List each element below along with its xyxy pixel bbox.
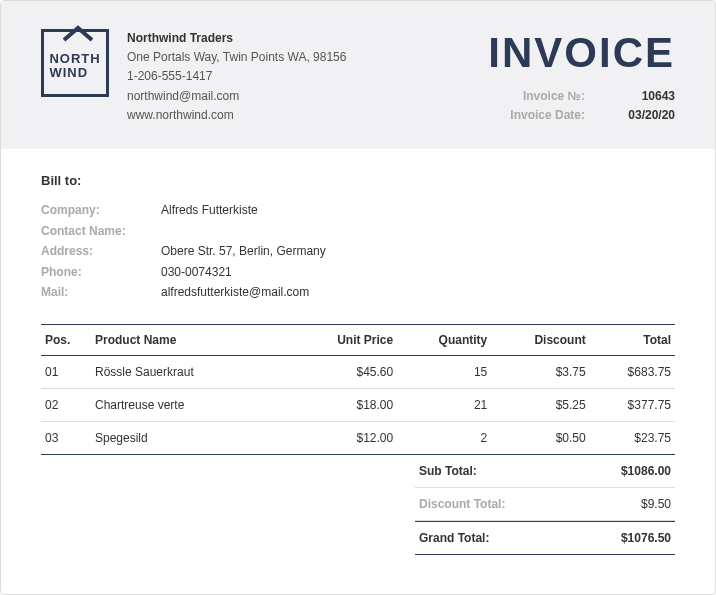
cell-discount: $0.50 bbox=[491, 422, 589, 455]
billto-title: Bill to: bbox=[41, 173, 675, 188]
cell-unitprice: $18.00 bbox=[291, 389, 397, 422]
company-phone: 1-206-555-1417 bbox=[127, 67, 346, 86]
col-unitprice: Unit Price bbox=[291, 325, 397, 356]
billto-company-value: Alfreds Futterkiste bbox=[161, 200, 258, 220]
cell-unitprice: $45.60 bbox=[291, 356, 397, 389]
invoice-title: INVOICE bbox=[488, 29, 675, 77]
col-discount: Discount bbox=[491, 325, 589, 356]
cell-qty: 2 bbox=[397, 422, 491, 455]
billto-address-label: Address: bbox=[41, 241, 161, 261]
billto-company-label: Company: bbox=[41, 200, 161, 220]
invoice-date-value: 03/20/20 bbox=[615, 106, 675, 125]
billto-phone-label: Phone: bbox=[41, 262, 161, 282]
invoice-date-label: Invoice Date: bbox=[495, 106, 585, 125]
items-table: Pos. Product Name Unit Price Quantity Di… bbox=[41, 324, 675, 455]
logo-line1: NORTH bbox=[49, 52, 100, 66]
billto-mail-row: Mail: alfredsfutterkiste@mail.com bbox=[41, 282, 675, 302]
table-row: 01Rössle Sauerkraut$45.6015$3.75$683.75 bbox=[41, 356, 675, 389]
logo-text: NORTH WIND bbox=[49, 52, 100, 81]
billto-contact-row: Contact Name: bbox=[41, 221, 675, 241]
cell-discount: $3.75 bbox=[491, 356, 589, 389]
cell-discount: $5.25 bbox=[491, 389, 589, 422]
subtotal-value: $1086.00 bbox=[621, 464, 671, 478]
col-name: Product Name bbox=[91, 325, 291, 356]
cell-total: $683.75 bbox=[590, 356, 675, 389]
invoice-header: NORTH WIND Northwind Traders One Portals… bbox=[1, 1, 715, 149]
meta-invoice-no: Invoice №: 10643 bbox=[488, 87, 675, 106]
cell-total: $23.75 bbox=[590, 422, 675, 455]
company-email: northwind@mail.com bbox=[127, 87, 346, 106]
cell-pos: 02 bbox=[41, 389, 91, 422]
cell-name: Rössle Sauerkraut bbox=[91, 356, 291, 389]
cell-pos: 03 bbox=[41, 422, 91, 455]
chevron-up-icon bbox=[60, 22, 96, 44]
billto-address-value: Obere Str. 57, Berlin, Germany bbox=[161, 241, 326, 261]
billto-address-row: Address: Obere Str. 57, Berlin, Germany bbox=[41, 241, 675, 261]
billto-block: Company: Alfreds Futterkiste Contact Nam… bbox=[41, 200, 675, 302]
cell-qty: 15 bbox=[397, 356, 491, 389]
invoice-no-value: 10643 bbox=[615, 87, 675, 106]
billto-phone-value: 030-0074321 bbox=[161, 262, 232, 282]
col-qty: Quantity bbox=[397, 325, 491, 356]
invoice-body: Bill to: Company: Alfreds Futterkiste Co… bbox=[1, 149, 715, 475]
header-right: INVOICE Invoice №: 10643 Invoice Date: 0… bbox=[488, 29, 675, 125]
table-row: 02Chartreuse verte$18.0021$5.25$377.75 bbox=[41, 389, 675, 422]
grand-total-label: Grand Total: bbox=[419, 531, 489, 545]
cell-unitprice: $12.00 bbox=[291, 422, 397, 455]
company-website: www.northwind.com bbox=[127, 106, 346, 125]
col-pos: Pos. bbox=[41, 325, 91, 356]
totals-block: Sub Total: $1086.00 Discount Total: $9.5… bbox=[415, 455, 675, 555]
company-address: One Portals Way, Twin Points WA, 98156 bbox=[127, 48, 346, 67]
billto-company-row: Company: Alfreds Futterkiste bbox=[41, 200, 675, 220]
logo-line2: WIND bbox=[49, 66, 100, 80]
cell-qty: 21 bbox=[397, 389, 491, 422]
table-header-row: Pos. Product Name Unit Price Quantity Di… bbox=[41, 325, 675, 356]
grand-total-value: $1076.50 bbox=[621, 531, 671, 545]
subtotal-label: Sub Total: bbox=[419, 464, 477, 478]
billto-phone-row: Phone: 030-0074321 bbox=[41, 262, 675, 282]
table-row: 03Spegesild$12.002$0.50$23.75 bbox=[41, 422, 675, 455]
logo: NORTH WIND bbox=[41, 29, 109, 97]
cell-name: Chartreuse verte bbox=[91, 389, 291, 422]
cell-pos: 01 bbox=[41, 356, 91, 389]
col-total: Total bbox=[590, 325, 675, 356]
invoice-no-label: Invoice №: bbox=[495, 87, 585, 106]
company-details: Northwind Traders One Portals Way, Twin … bbox=[127, 29, 346, 125]
billto-mail-label: Mail: bbox=[41, 282, 161, 302]
cell-name: Spegesild bbox=[91, 422, 291, 455]
cell-total: $377.75 bbox=[590, 389, 675, 422]
company-name: Northwind Traders bbox=[127, 29, 346, 48]
subtotal-row: Sub Total: $1086.00 bbox=[415, 455, 675, 488]
discount-total-row: Discount Total: $9.50 bbox=[415, 488, 675, 521]
billto-mail-value: alfredsfutterkiste@mail.com bbox=[161, 282, 309, 302]
header-left: NORTH WIND Northwind Traders One Portals… bbox=[41, 29, 346, 125]
grand-total-row: Grand Total: $1076.50 bbox=[415, 521, 675, 555]
meta-invoice-date: Invoice Date: 03/20/20 bbox=[488, 106, 675, 125]
discount-total-label: Discount Total: bbox=[419, 497, 505, 511]
billto-contact-label: Contact Name: bbox=[41, 221, 161, 241]
discount-total-value: $9.50 bbox=[641, 497, 671, 511]
